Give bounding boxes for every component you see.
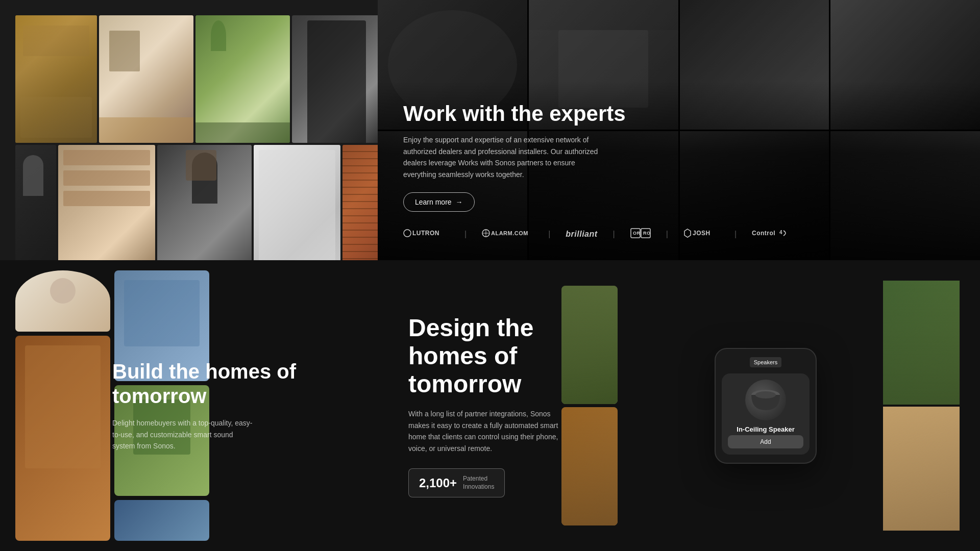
speaker-name: In-Ceiling Speaker — [728, 425, 803, 433]
partners-row: LUTRON | ALARM.COM | brilliant | OR — [403, 228, 954, 240]
photo-shelf — [58, 145, 155, 267]
build-photos-col-1 — [15, 270, 110, 541]
experts-content: Work with the experts Enjoy the support … — [378, 81, 980, 260]
design-visual: Speakers In-Ceiling Speaker Add — [572, 281, 960, 531]
design-section: Design the homes of tomorrow With a long… — [378, 260, 980, 551]
partner-alarm: ALARM.COM — [482, 229, 533, 239]
photo-plants-kitchen — [195, 15, 290, 143]
build-description: Delight homebuyers with a top-quality, e… — [112, 417, 255, 452]
speaker-icon — [745, 380, 786, 420]
svg-text:OR: OR — [633, 231, 641, 236]
build-section: Build the homes of tomorrow Delight home… — [0, 260, 378, 551]
innovations-badge: 2,100+ Patented Innovations — [408, 468, 505, 497]
partner-brilliant: brilliant — [566, 230, 597, 239]
svg-text:LUTRON: LUTRON — [412, 230, 439, 237]
build-photo-person — [114, 500, 209, 541]
innovations-label-line2: Innovations — [463, 483, 494, 491]
phone-tab-bar: Speakers — [722, 357, 810, 367]
experts-title: Work with the experts — [403, 102, 954, 126]
design-title: Design the homes of tomorrow — [408, 314, 572, 398]
photo-living-room — [15, 15, 97, 143]
partner-oro: OR RO — [630, 228, 651, 240]
svg-point-0 — [404, 230, 411, 237]
partner-josh: JOSH — [683, 229, 719, 239]
experts-description: Enjoy the support and expertise of an ex… — [403, 134, 607, 180]
design-right-photo-2 — [883, 407, 960, 531]
photo-man-back — [15, 145, 56, 267]
design-content: Design the homes of tomorrow With a long… — [408, 314, 572, 497]
photo-bathroom — [254, 145, 340, 267]
design-right-photo-1 — [883, 281, 960, 405]
learn-more-label: Learn more — [415, 198, 452, 206]
svg-point-15 — [755, 391, 776, 398]
phone-mockup: Speakers In-Ceiling Speaker Add — [715, 348, 817, 464]
photo-installer — [157, 145, 252, 267]
build-content: Build the homes of tomorrow Delight home… — [112, 359, 352, 452]
svg-text:4: 4 — [779, 230, 782, 235]
design-right-photos — [883, 281, 960, 531]
innovations-label-line1: Patented — [463, 475, 494, 483]
svg-text:Control: Control — [752, 230, 775, 237]
photo-grid-bottom-row — [15, 145, 391, 267]
photo-grid-section — [0, 0, 378, 260]
build-photo-room — [15, 336, 110, 541]
photo-kitchen — [99, 15, 193, 143]
innovations-number: 2,100+ — [419, 476, 457, 490]
partner-lutron: LUTRON — [403, 229, 449, 239]
partner-control4: Control 4 — [752, 229, 793, 239]
build-photo-ceiling — [15, 270, 110, 332]
arrow-icon: → — [456, 198, 463, 206]
svg-marker-10 — [684, 229, 691, 237]
svg-text:RO: RO — [643, 231, 651, 236]
svg-text:ALARM.COM: ALARM.COM — [491, 230, 528, 236]
experts-section: Work with the experts Enjoy the support … — [378, 0, 980, 260]
speaker-card: In-Ceiling Speaker Add — [722, 373, 810, 455]
speakers-tab[interactable]: Speakers — [750, 357, 781, 367]
learn-more-button[interactable]: Learn more → — [403, 192, 475, 212]
svg-text:JOSH: JOSH — [693, 230, 710, 237]
build-title: Build the homes of tomorrow — [112, 359, 352, 408]
photo-grid-top-row — [15, 15, 391, 143]
design-description: With a long list of partner integrations… — [408, 408, 572, 454]
innovations-text-block: Patented Innovations — [463, 475, 494, 491]
add-button[interactable]: Add — [728, 435, 803, 448]
photo-door — [292, 15, 381, 143]
